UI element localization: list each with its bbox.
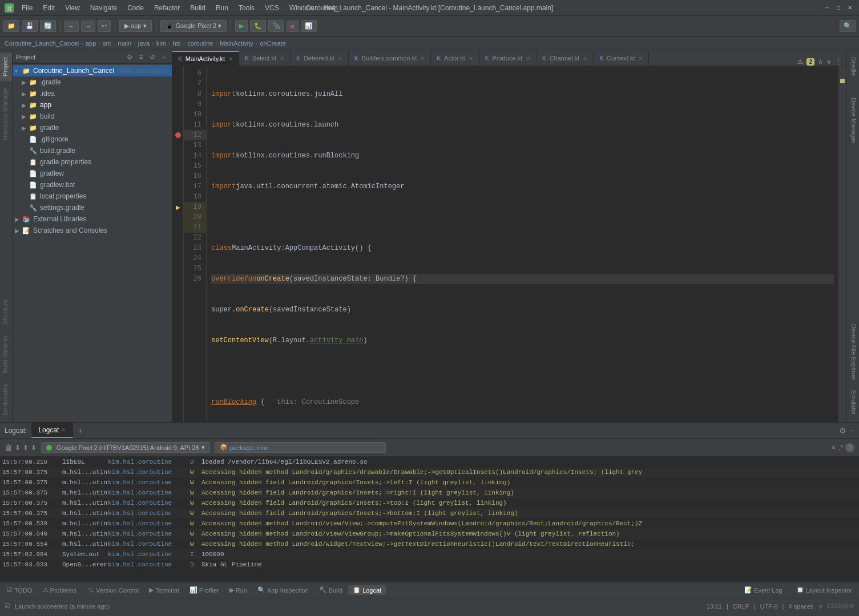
toolbar-back-btn[interactable]: ← <box>64 21 79 32</box>
toolbar-recent-btn[interactable]: ↩ <box>98 20 111 32</box>
bc-hsl[interactable]: hsl <box>172 40 180 47</box>
logcat-tab-close[interactable]: ✕ <box>61 427 66 433</box>
menu-navigate[interactable]: Navigate <box>86 3 122 13</box>
tree-settings-gradle[interactable]: ▶ 🔧 settings.gradle <box>13 202 172 213</box>
logcat-minimize-btn[interactable]: − <box>850 426 854 435</box>
logcat-filter-clear[interactable]: ✕ <box>830 444 836 452</box>
tree-root[interactable]: ▾ 📁 Coroutine_Launch_Cancel Y:\002_WorkS… <box>13 65 172 76</box>
bc-src[interactable]: src <box>103 40 111 47</box>
tree-scratches[interactable]: ▶ 📝 Scratches and Consoles <box>13 225 172 236</box>
app-config-dropdown[interactable]: ▶ app ▾ <box>119 20 152 32</box>
sidebar-tab-gradle[interactable]: Gradle <box>847 52 859 80</box>
logcat-settings-btn[interactable]: ⚙ <box>839 426 846 435</box>
tab-deferred[interactable]: K Deferred.kt ✕ <box>291 51 349 66</box>
tab-close-produce[interactable]: ✕ <box>526 55 530 62</box>
sidebar-tab-build-variants[interactable]: Build Variants <box>0 331 12 378</box>
bc-oncreate[interactable]: onCreate <box>260 40 286 47</box>
logcat-filter-area[interactable]: 📦 package:mine <box>215 442 386 453</box>
tool-tab-run[interactable]: ▶ Run <box>225 585 252 595</box>
bc-mainactivity[interactable]: MainActivity <box>220 40 253 47</box>
tab-produce[interactable]: K Produce.kt ✕ <box>479 51 537 66</box>
tab-more-btn[interactable]: ⋮ <box>835 58 842 66</box>
search-btn[interactable]: 🔍 <box>840 20 856 32</box>
tab-close-select[interactable]: ✕ <box>280 55 284 62</box>
maximize-button[interactable]: □ <box>834 3 843 13</box>
bc-coroutine[interactable]: coroutine <box>187 40 213 47</box>
tab-close-main[interactable]: ✕ <box>228 56 233 62</box>
project-collapse-btn[interactable]: − <box>159 52 168 62</box>
tool-tab-eventlog[interactable]: 📝 Event Log <box>740 585 787 595</box>
tab-select[interactable]: K Select.kt ✕ <box>239 51 291 66</box>
menu-view[interactable]: View <box>61 3 84 13</box>
tree-gradlew[interactable]: ▶ 📄 gradlew <box>13 168 172 179</box>
logcat-help-btn[interactable]: ? <box>845 443 854 452</box>
logcat-device-select[interactable]: Google Pixel 2 (HT7BV1A02915) Android 9,… <box>41 442 210 453</box>
tab-channel[interactable]: K Channel.kt ✕ <box>537 51 594 66</box>
tab-builders[interactable]: K Builders.common.kt ✕ <box>349 51 431 66</box>
sidebar-tab-structure[interactable]: Structure <box>0 295 12 330</box>
tab-close-builders[interactable]: ✕ <box>420 55 425 62</box>
tab-close-channel[interactable]: ✕ <box>583 55 587 62</box>
tree-gradle[interactable]: ▶ 📁 .gradle <box>13 76 172 88</box>
logcat-scroll-btn[interactable]: ⬇ <box>15 444 21 452</box>
logcat-down-btn[interactable]: ⬇ <box>31 444 37 452</box>
sidebar-tab-device-manager[interactable]: Device Manager <box>847 93 859 148</box>
device-dropdown[interactable]: 📱 Google Pixel 2 ▾ <box>160 20 227 32</box>
tree-build-gradle[interactable]: ▶ 🔧 build.gradle <box>13 145 172 156</box>
bc-project[interactable]: Coroutine_Launch_Cancel <box>5 40 79 47</box>
code-content[interactable]: import kotlinx.coroutines.joinAll import… <box>207 66 838 422</box>
toolbar-sync-btn[interactable]: 🔄 <box>40 20 56 32</box>
bc-app[interactable]: app <box>86 40 96 47</box>
menu-build[interactable]: Build <box>185 3 210 13</box>
code-editor[interactable]: ▶ 6 7 8 9 10 11 12 13 14 15 16 17 18 19 … <box>172 66 846 422</box>
project-sync-btn[interactable]: ↺ <box>148 52 157 62</box>
menu-vcs[interactable]: VCS <box>260 3 284 13</box>
run-btn[interactable]: ▶ <box>235 20 248 32</box>
tree-gitignore[interactable]: ▶ 📄 .gitignore <box>13 133 172 145</box>
menu-code[interactable]: Code <box>123 3 148 13</box>
tree-local-properties[interactable]: ▶ 📋 local.properties <box>13 191 172 202</box>
bc-java[interactable]: java <box>138 40 150 47</box>
toolbar-forward-btn[interactable]: → <box>81 21 95 32</box>
attach-btn[interactable]: 📎 <box>268 20 284 32</box>
menu-file[interactable]: File <box>17 3 37 13</box>
tree-gradle-properties[interactable]: ▶ 📋 gradle.properties <box>13 156 172 168</box>
close-button[interactable]: ✕ <box>845 3 854 13</box>
tool-tab-appinspection[interactable]: 🔍 App Inspection <box>253 585 313 595</box>
tab-down-btn[interactable]: ∨ <box>826 58 832 66</box>
sidebar-tab-emulator[interactable]: Emulator <box>847 386 859 420</box>
tool-tab-vcs[interactable]: ⌥ Version Control <box>82 585 143 595</box>
project-expand-btn[interactable]: ≡ <box>136 52 146 62</box>
tool-tab-layout-inspector[interactable]: 🔲 Layout Inspector <box>792 585 857 595</box>
tab-up-btn[interactable]: ∧ <box>818 58 823 66</box>
tree-gradlew-bat[interactable]: ▶ 📄 gradlew.bat <box>13 179 172 191</box>
tree-external-libs[interactable]: ▶ 📚 External Libraries <box>13 213 172 225</box>
tab-close-actor[interactable]: ✕ <box>469 55 473 62</box>
logcat-up-btn[interactable]: ⬆ <box>23 444 29 452</box>
minimize-button[interactable]: ─ <box>822 3 832 13</box>
tool-tab-logcat[interactable]: 📋 Logcat <box>348 585 386 595</box>
tab-close-deferred[interactable]: ✕ <box>338 55 342 62</box>
tool-tab-build[interactable]: 🔨 Build <box>314 585 347 595</box>
tab-close-context[interactable]: ✕ <box>638 55 643 62</box>
logcat-tab-logcat[interactable]: Logcat ✕ <box>31 423 73 438</box>
sidebar-tab-bookmarks[interactable]: Bookmarks <box>0 379 12 420</box>
menu-run[interactable]: Run <box>211 3 233 13</box>
tool-tab-todo[interactable]: ☑ TODO <box>2 585 37 595</box>
tool-tab-terminal[interactable]: ▶ Terminal <box>144 585 184 595</box>
logcat-add-tab[interactable]: + <box>73 426 87 435</box>
logcat-clear-btn[interactable]: 🗑 <box>5 443 13 452</box>
tool-tab-problems[interactable]: ⚠ Problems <box>38 585 81 595</box>
tree-app[interactable]: ▶ 📁 app <box>13 99 172 111</box>
bc-kim[interactable]: kim <box>156 40 166 47</box>
menu-tools[interactable]: Tools <box>234 3 259 13</box>
logcat-regex-btn[interactable]: .* <box>838 444 843 452</box>
menu-edit[interactable]: Edit <box>38 3 59 13</box>
debug-btn[interactable]: 🐛 <box>250 20 266 32</box>
tab-context[interactable]: K Context.kt ✕ <box>594 51 649 66</box>
toolbar-open-btn[interactable]: 📁 <box>3 20 19 32</box>
project-settings-btn[interactable]: ⚙ <box>125 52 134 62</box>
tree-idea[interactable]: ▶ 📁 .idea <box>13 88 172 99</box>
tab-actor[interactable]: K Actor.kt ✕ <box>431 51 479 66</box>
sidebar-tab-resource[interactable]: Resource Manager <box>0 82 12 145</box>
